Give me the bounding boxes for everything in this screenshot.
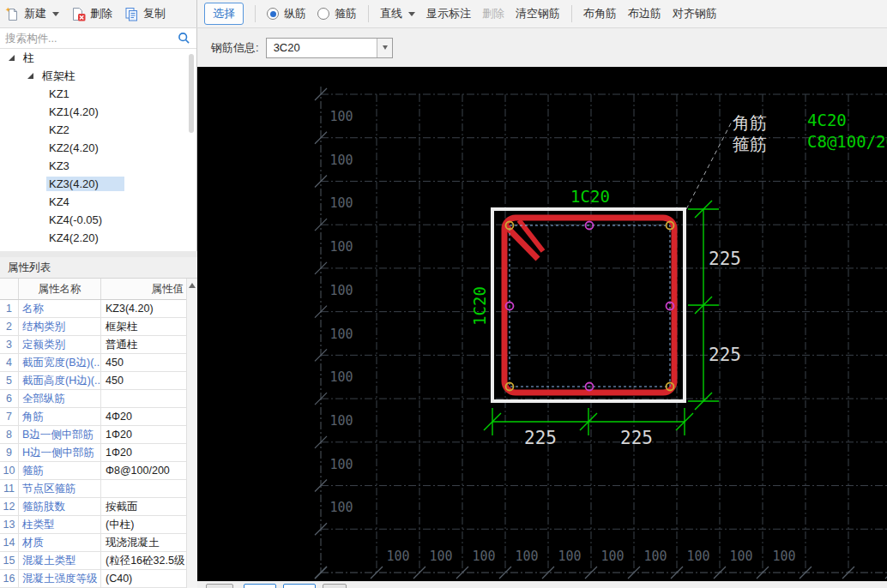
stirrup-radio[interactable]: 箍筋 bbox=[317, 6, 357, 21]
grid-spacing-label: 100 bbox=[329, 327, 353, 342]
property-row-number: 6 bbox=[0, 390, 19, 407]
property-value[interactable]: 1Φ20 bbox=[101, 444, 187, 461]
column-property-value: 属性值 bbox=[101, 279, 187, 299]
property-value[interactable]: 现浇混凝土 bbox=[101, 534, 187, 551]
tree-item-柱[interactable]: 柱 bbox=[0, 49, 197, 67]
tree-item-KZ2(4.20)[interactable]: KZ2(4.20) bbox=[0, 139, 197, 157]
tree-item-label: KZ2(4.20) bbox=[46, 141, 101, 155]
radio-unselected-icon bbox=[317, 8, 329, 20]
grid-spacing-labels: 1001001001001001001001001001001001001001… bbox=[329, 109, 795, 564]
view-stub-button[interactable] bbox=[206, 584, 233, 588]
stirrup-outline[interactable] bbox=[504, 218, 674, 393]
clear-rebar-button[interactable]: 清空钢筋 bbox=[516, 6, 560, 21]
tree-item-label: KZ1 bbox=[46, 87, 72, 101]
property-name: H边一侧中部筋 bbox=[19, 444, 101, 461]
tree-item-label: KZ3(4.20) bbox=[46, 177, 124, 191]
property-row-number: 16 bbox=[0, 570, 19, 587]
view-stub-button[interactable] bbox=[244, 584, 276, 588]
longitudinal-radio[interactable]: 纵筋 bbox=[267, 6, 306, 21]
property-row: 12箍筋肢数按截面 bbox=[0, 498, 197, 516]
column-number bbox=[0, 279, 19, 299]
place-edge-bars-button[interactable]: 布边筋 bbox=[628, 6, 661, 21]
property-value[interactable]: 按截面 bbox=[101, 498, 187, 515]
property-value[interactable]: 450 bbox=[101, 372, 187, 389]
tree-item-KZ3(4.20)[interactable]: KZ3(4.20) bbox=[0, 175, 197, 193]
property-value[interactable]: KZ3(4.20) bbox=[101, 300, 187, 317]
view-stub-button[interactable] bbox=[283, 584, 316, 588]
property-row-number: 3 bbox=[0, 336, 19, 353]
property-row-number: 11 bbox=[0, 480, 19, 497]
property-name: 定额类别 bbox=[19, 336, 101, 353]
property-name: 柱类型 bbox=[19, 516, 101, 533]
rebar-info-combobox[interactable]: 3C20 bbox=[266, 38, 393, 58]
panel-splitter[interactable] bbox=[0, 251, 197, 257]
component-tree: 柱框架柱KZ1KZ1(4.20)KZ2KZ2(4.20)KZ3KZ3(4.20)… bbox=[0, 49, 197, 251]
property-name: 箍筋 bbox=[19, 462, 101, 479]
property-name: 名称 bbox=[19, 300, 101, 317]
delete-button[interactable]: 删除 bbox=[71, 6, 112, 21]
tree-item-KZ4[interactable]: KZ4 bbox=[0, 193, 197, 211]
property-value[interactable] bbox=[101, 480, 187, 497]
place-corner-bars-button[interactable]: 布角筋 bbox=[583, 6, 617, 21]
new-document-icon bbox=[5, 7, 20, 21]
stirrup-callout-label: 箍筋 bbox=[733, 134, 767, 154]
scroll-up-icon[interactable] bbox=[189, 283, 196, 288]
copy-button[interactable]: 复制 bbox=[124, 6, 166, 21]
section-drawing[interactable]: 1001001001001001001001001001001001001001… bbox=[197, 67, 887, 581]
search-input[interactable] bbox=[0, 28, 175, 48]
properties-scrollbar[interactable] bbox=[186, 279, 197, 588]
property-row: 8B边一侧中部筋1Φ20 bbox=[0, 426, 197, 444]
property-value[interactable]: (中柱) bbox=[101, 516, 187, 533]
tree-item-KZ4(-0.05)[interactable]: KZ4(-0.05) bbox=[0, 211, 197, 229]
grid-spacing-label: 100 bbox=[386, 549, 409, 564]
property-row-number: 7 bbox=[0, 408, 19, 425]
property-value[interactable]: 1Φ20 bbox=[101, 426, 187, 443]
property-value[interactable] bbox=[101, 390, 187, 407]
top-middle-bar-label: 1C20 bbox=[570, 187, 610, 206]
tree-scrollbar[interactable] bbox=[189, 54, 194, 133]
tree-item-label: KZ4 bbox=[46, 195, 72, 209]
toolbar-separator bbox=[255, 5, 256, 22]
grid-ruler bbox=[315, 87, 887, 579]
property-row-number: 10 bbox=[0, 462, 19, 479]
right-dimension-value: 225 bbox=[709, 345, 741, 365]
line-tool-label: 直线 bbox=[380, 6, 402, 21]
property-value[interactable]: Φ8@100/200 bbox=[101, 462, 187, 479]
expand-icon[interactable] bbox=[27, 73, 33, 79]
view-stub-button[interactable] bbox=[323, 584, 347, 588]
show-annotation-button[interactable]: 显示标注 bbox=[426, 6, 471, 21]
dimension-labels: 225225225225 bbox=[524, 249, 741, 448]
tree-item-KZ4(2.20)[interactable]: KZ4(2.20) bbox=[0, 229, 197, 247]
expand-icon[interactable] bbox=[9, 55, 15, 61]
combobox-dropdown-button[interactable] bbox=[377, 39, 392, 57]
search-icon[interactable] bbox=[178, 32, 190, 45]
status-strip bbox=[197, 581, 887, 588]
properties-table-header: 属性名称 属性值 bbox=[0, 279, 197, 300]
property-value[interactable]: 450 bbox=[101, 354, 187, 371]
property-value[interactable]: 4Φ20 bbox=[101, 408, 187, 425]
select-tool-button[interactable]: 选择 bbox=[204, 3, 244, 25]
section-editor-canvas[interactable]: 1001001001001001001001001001001001001001… bbox=[197, 67, 887, 581]
new-button[interactable]: 新建 bbox=[5, 6, 59, 21]
property-row: 13柱类型(中柱) bbox=[0, 516, 197, 534]
tree-item-KZ1[interactable]: KZ1 bbox=[0, 85, 197, 103]
property-value[interactable]: 普通柱 bbox=[101, 336, 187, 353]
align-rebar-button[interactable]: 对齐钢筋 bbox=[673, 6, 717, 21]
edit-toolbar-group: 选择 纵筋 箍筋 直线 显示标注 删除 清空钢筋 布角筋 布边筋 对齐钢筋 bbox=[197, 0, 887, 27]
property-value[interactable]: (C40) bbox=[101, 570, 187, 587]
tree-item-KZ2[interactable]: KZ2 bbox=[0, 121, 197, 139]
tree-item-KZ1(4.20)[interactable]: KZ1(4.20) bbox=[0, 103, 197, 121]
property-row: 14材质现浇混凝土 bbox=[0, 534, 197, 552]
property-name: 混凝土类型 bbox=[19, 552, 101, 569]
property-value[interactable]: 框架柱 bbox=[101, 318, 187, 335]
search-box bbox=[0, 28, 196, 49]
tree-item-KZ3[interactable]: KZ3 bbox=[0, 157, 197, 175]
tree-item-框架柱[interactable]: 框架柱 bbox=[0, 67, 197, 85]
grid-spacing-label: 100 bbox=[329, 109, 353, 124]
tree-item-label: KZ4(-0.05) bbox=[46, 213, 105, 227]
property-value[interactable]: (粒径16砼32.5级 bbox=[101, 552, 187, 569]
property-row-number: 8 bbox=[0, 426, 19, 443]
grid-spacing-label: 100 bbox=[329, 413, 353, 429]
line-tool-button[interactable]: 直线 bbox=[380, 6, 415, 21]
tree-item-label: 框架柱 bbox=[39, 68, 78, 85]
